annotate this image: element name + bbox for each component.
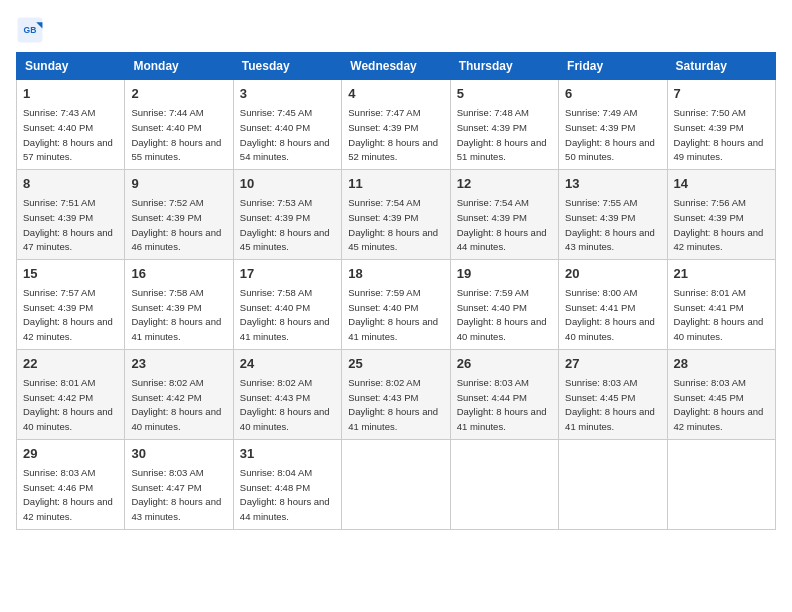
day-number: 17 — [240, 265, 335, 283]
day-cell: 17 Sunrise: 7:58 AMSunset: 4:40 PMDaylig… — [233, 259, 341, 349]
calendar-week-row: 29 Sunrise: 8:03 AMSunset: 4:46 PMDaylig… — [17, 439, 776, 529]
day-info: Sunrise: 7:47 AMSunset: 4:39 PMDaylight:… — [348, 107, 438, 162]
day-info: Sunrise: 8:03 AMSunset: 4:44 PMDaylight:… — [457, 377, 547, 432]
day-cell: 9 Sunrise: 7:52 AMSunset: 4:39 PMDayligh… — [125, 169, 233, 259]
day-cell: 31 Sunrise: 8:04 AMSunset: 4:48 PMDaylig… — [233, 439, 341, 529]
day-cell: 20 Sunrise: 8:00 AMSunset: 4:41 PMDaylig… — [559, 259, 667, 349]
day-cell: 10 Sunrise: 7:53 AMSunset: 4:39 PMDaylig… — [233, 169, 341, 259]
day-info: Sunrise: 7:59 AMSunset: 4:40 PMDaylight:… — [348, 287, 438, 342]
day-cell: 19 Sunrise: 7:59 AMSunset: 4:40 PMDaylig… — [450, 259, 558, 349]
day-info: Sunrise: 7:44 AMSunset: 4:40 PMDaylight:… — [131, 107, 221, 162]
day-info: Sunrise: 7:58 AMSunset: 4:40 PMDaylight:… — [240, 287, 330, 342]
day-info: Sunrise: 8:02 AMSunset: 4:43 PMDaylight:… — [348, 377, 438, 432]
day-info: Sunrise: 8:01 AMSunset: 4:42 PMDaylight:… — [23, 377, 113, 432]
day-number: 7 — [674, 85, 769, 103]
day-cell: 15 Sunrise: 7:57 AMSunset: 4:39 PMDaylig… — [17, 259, 125, 349]
day-info: Sunrise: 7:50 AMSunset: 4:39 PMDaylight:… — [674, 107, 764, 162]
calendar-week-row: 8 Sunrise: 7:51 AMSunset: 4:39 PMDayligh… — [17, 169, 776, 259]
day-number: 9 — [131, 175, 226, 193]
day-number: 29 — [23, 445, 118, 463]
day-cell: 18 Sunrise: 7:59 AMSunset: 4:40 PMDaylig… — [342, 259, 450, 349]
day-number: 4 — [348, 85, 443, 103]
page-header: GB — [16, 16, 776, 44]
day-number: 8 — [23, 175, 118, 193]
day-info: Sunrise: 8:03 AMSunset: 4:45 PMDaylight:… — [565, 377, 655, 432]
col-sunday: Sunday — [17, 53, 125, 80]
day-number: 14 — [674, 175, 769, 193]
empty-cell — [667, 439, 775, 529]
day-number: 15 — [23, 265, 118, 283]
logo: GB — [16, 16, 48, 44]
day-number: 2 — [131, 85, 226, 103]
day-info: Sunrise: 8:03 AMSunset: 4:45 PMDaylight:… — [674, 377, 764, 432]
day-info: Sunrise: 8:02 AMSunset: 4:43 PMDaylight:… — [240, 377, 330, 432]
day-info: Sunrise: 7:58 AMSunset: 4:39 PMDaylight:… — [131, 287, 221, 342]
empty-cell — [559, 439, 667, 529]
day-info: Sunrise: 7:54 AMSunset: 4:39 PMDaylight:… — [457, 197, 547, 252]
day-cell: 22 Sunrise: 8:01 AMSunset: 4:42 PMDaylig… — [17, 349, 125, 439]
day-number: 18 — [348, 265, 443, 283]
day-info: Sunrise: 7:57 AMSunset: 4:39 PMDaylight:… — [23, 287, 113, 342]
day-cell: 14 Sunrise: 7:56 AMSunset: 4:39 PMDaylig… — [667, 169, 775, 259]
day-cell: 6 Sunrise: 7:49 AMSunset: 4:39 PMDayligh… — [559, 80, 667, 170]
col-monday: Monday — [125, 53, 233, 80]
day-cell: 29 Sunrise: 8:03 AMSunset: 4:46 PMDaylig… — [17, 439, 125, 529]
day-number: 3 — [240, 85, 335, 103]
day-cell: 3 Sunrise: 7:45 AMSunset: 4:40 PMDayligh… — [233, 80, 341, 170]
day-cell: 11 Sunrise: 7:54 AMSunset: 4:39 PMDaylig… — [342, 169, 450, 259]
day-number: 25 — [348, 355, 443, 373]
day-number: 11 — [348, 175, 443, 193]
day-info: Sunrise: 8:02 AMSunset: 4:42 PMDaylight:… — [131, 377, 221, 432]
day-number: 21 — [674, 265, 769, 283]
day-cell: 24 Sunrise: 8:02 AMSunset: 4:43 PMDaylig… — [233, 349, 341, 439]
day-number: 13 — [565, 175, 660, 193]
day-cell: 16 Sunrise: 7:58 AMSunset: 4:39 PMDaylig… — [125, 259, 233, 349]
day-info: Sunrise: 8:03 AMSunset: 4:46 PMDaylight:… — [23, 467, 113, 522]
day-number: 12 — [457, 175, 552, 193]
day-cell: 4 Sunrise: 7:47 AMSunset: 4:39 PMDayligh… — [342, 80, 450, 170]
logo-icon: GB — [16, 16, 44, 44]
day-cell: 8 Sunrise: 7:51 AMSunset: 4:39 PMDayligh… — [17, 169, 125, 259]
calendar-week-row: 22 Sunrise: 8:01 AMSunset: 4:42 PMDaylig… — [17, 349, 776, 439]
day-cell: 21 Sunrise: 8:01 AMSunset: 4:41 PMDaylig… — [667, 259, 775, 349]
day-number: 16 — [131, 265, 226, 283]
col-wednesday: Wednesday — [342, 53, 450, 80]
calendar-table: Sunday Monday Tuesday Wednesday Thursday… — [16, 52, 776, 530]
calendar-week-row: 15 Sunrise: 7:57 AMSunset: 4:39 PMDaylig… — [17, 259, 776, 349]
calendar-header-row: Sunday Monday Tuesday Wednesday Thursday… — [17, 53, 776, 80]
day-info: Sunrise: 7:52 AMSunset: 4:39 PMDaylight:… — [131, 197, 221, 252]
day-info: Sunrise: 7:54 AMSunset: 4:39 PMDaylight:… — [348, 197, 438, 252]
day-number: 27 — [565, 355, 660, 373]
day-number: 19 — [457, 265, 552, 283]
day-info: Sunrise: 8:01 AMSunset: 4:41 PMDaylight:… — [674, 287, 764, 342]
day-number: 26 — [457, 355, 552, 373]
day-number: 10 — [240, 175, 335, 193]
day-info: Sunrise: 7:43 AMSunset: 4:40 PMDaylight:… — [23, 107, 113, 162]
day-cell: 28 Sunrise: 8:03 AMSunset: 4:45 PMDaylig… — [667, 349, 775, 439]
col-saturday: Saturday — [667, 53, 775, 80]
day-number: 5 — [457, 85, 552, 103]
empty-cell — [450, 439, 558, 529]
day-number: 1 — [23, 85, 118, 103]
svg-text:GB: GB — [24, 25, 37, 35]
day-cell: 2 Sunrise: 7:44 AMSunset: 4:40 PMDayligh… — [125, 80, 233, 170]
calendar-week-row: 1 Sunrise: 7:43 AMSunset: 4:40 PMDayligh… — [17, 80, 776, 170]
day-info: Sunrise: 7:53 AMSunset: 4:39 PMDaylight:… — [240, 197, 330, 252]
day-number: 20 — [565, 265, 660, 283]
day-info: Sunrise: 7:51 AMSunset: 4:39 PMDaylight:… — [23, 197, 113, 252]
col-tuesday: Tuesday — [233, 53, 341, 80]
day-cell: 13 Sunrise: 7:55 AMSunset: 4:39 PMDaylig… — [559, 169, 667, 259]
day-number: 23 — [131, 355, 226, 373]
day-info: Sunrise: 7:56 AMSunset: 4:39 PMDaylight:… — [674, 197, 764, 252]
day-info: Sunrise: 7:48 AMSunset: 4:39 PMDaylight:… — [457, 107, 547, 162]
day-info: Sunrise: 7:45 AMSunset: 4:40 PMDaylight:… — [240, 107, 330, 162]
day-info: Sunrise: 7:55 AMSunset: 4:39 PMDaylight:… — [565, 197, 655, 252]
col-friday: Friday — [559, 53, 667, 80]
day-info: Sunrise: 8:03 AMSunset: 4:47 PMDaylight:… — [131, 467, 221, 522]
day-number: 28 — [674, 355, 769, 373]
day-info: Sunrise: 8:04 AMSunset: 4:48 PMDaylight:… — [240, 467, 330, 522]
day-number: 24 — [240, 355, 335, 373]
empty-cell — [342, 439, 450, 529]
day-number: 6 — [565, 85, 660, 103]
day-cell: 27 Sunrise: 8:03 AMSunset: 4:45 PMDaylig… — [559, 349, 667, 439]
